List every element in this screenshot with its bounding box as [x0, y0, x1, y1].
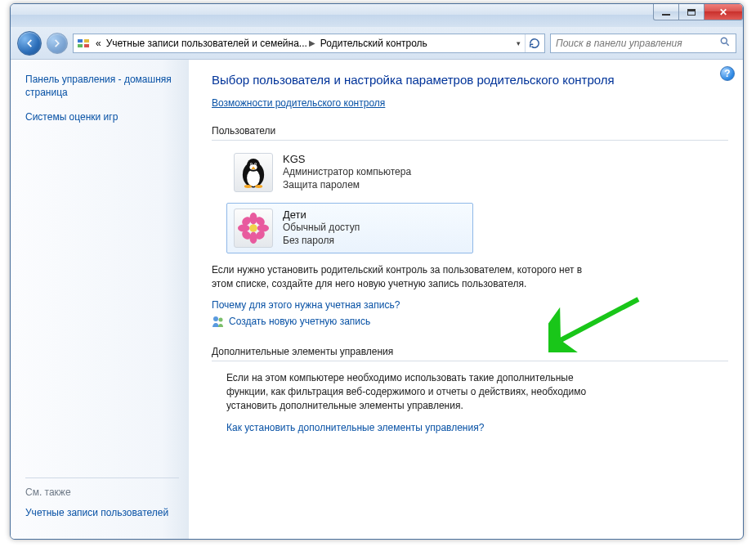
users-list: KGS Администратор компьютера Защита паро…: [212, 147, 728, 253]
avatar-penguin: [234, 153, 273, 192]
search-icon: [719, 36, 731, 50]
breadcrumb-label: Родительский контроль: [320, 38, 427, 49]
svg-point-16: [255, 185, 262, 188]
user-name: KGS: [283, 153, 411, 165]
user-info: KGS Администратор компьютера Защита паро…: [283, 153, 411, 191]
avatar-flower: [234, 208, 273, 248]
svg-point-18: [249, 213, 257, 224]
address-dropdown[interactable]: ▾: [512, 39, 525, 47]
svg-point-7: [247, 169, 260, 186]
svg-rect-2: [78, 44, 83, 47]
users-icon: [212, 315, 225, 328]
extras-install-link[interactable]: Как установить дополнительные элементы у…: [226, 422, 484, 433]
control-panel-window: ✕ « Учетные записи пользователей и семей…: [10, 3, 744, 540]
see-also-label: См. также: [25, 486, 179, 498]
breadcrumb-seg-1[interactable]: Учетные записи пользователей и семейна..…: [104, 38, 318, 49]
help-icon[interactable]: ?: [720, 66, 735, 81]
search-placeholder: Поиск в панели управления: [556, 38, 682, 49]
create-account-link[interactable]: Создать новую учетную запись: [229, 316, 370, 327]
separator: [212, 140, 728, 141]
user-name: Дети: [283, 208, 360, 221]
svg-point-21: [257, 224, 269, 231]
user-info: Дети Обычный доступ Без пароля: [283, 208, 360, 247]
extras-section-label: Дополнительные элементы управления: [212, 346, 728, 357]
user-status: Защита паролем: [283, 178, 411, 191]
close-button[interactable]: ✕: [704, 4, 743, 20]
sidebar-link-game-ratings[interactable]: Системы оценки игр: [25, 110, 179, 123]
titlebar: ✕: [11, 4, 743, 27]
user-card-kgs[interactable]: KGS Администратор компьютера Защита паро…: [226, 147, 473, 198]
svg-point-15: [244, 185, 252, 188]
page-title: Выбор пользователя и настройка параметро…: [212, 71, 728, 89]
content-area: ? Выбор пользователя и настройка парамет…: [189, 60, 743, 539]
note-extras: Если на этом компьютере необходимо испол…: [212, 371, 604, 412]
svg-point-12: [251, 164, 252, 164]
chevron-right-icon: ▶: [309, 38, 315, 47]
capabilities-link[interactable]: Возможности родительского контроля: [212, 97, 385, 109]
svg-rect-3: [84, 44, 89, 47]
breadcrumb-seg-2[interactable]: Родительский контроль: [318, 38, 430, 49]
user-role: Администратор компьютера: [283, 165, 411, 178]
user-card-deti[interactable]: Дети Обычный доступ Без пароля: [226, 203, 473, 253]
sidebar-link-user-accounts[interactable]: Учетные записи пользователей: [25, 506, 179, 519]
navigation-bar: « Учетные записи пользователей и семейна…: [11, 27, 743, 60]
svg-point-13: [255, 164, 256, 164]
users-section-label: Пользователи: [212, 125, 728, 137]
search-input[interactable]: Поиск в панели управления: [550, 34, 736, 53]
svg-point-27: [213, 316, 218, 321]
svg-rect-0: [78, 39, 83, 43]
forward-button[interactable]: [47, 33, 68, 54]
refresh-button[interactable]: [525, 34, 543, 52]
svg-point-4: [721, 38, 727, 43]
user-status: Без пароля: [283, 234, 360, 247]
control-panel-icon: [77, 37, 90, 50]
svg-line-5: [727, 43, 729, 46]
minimize-button[interactable]: [653, 4, 679, 20]
svg-point-26: [249, 224, 257, 231]
sidebar: Панель управления - домашняя страница Си…: [11, 60, 189, 539]
svg-point-28: [219, 318, 223, 322]
breadcrumb-prefix[interactable]: «: [93, 38, 104, 49]
svg-point-20: [238, 224, 249, 231]
sidebar-see-also: См. также Учетные записи пользователей: [25, 473, 179, 531]
back-button[interactable]: [17, 31, 42, 56]
separator: [212, 361, 728, 361]
user-role: Обычный доступ: [283, 221, 360, 234]
svg-point-19: [249, 231, 257, 243]
breadcrumb-label: Учетные записи пользователей и семейна..…: [106, 38, 307, 49]
why-account-link[interactable]: Почему для этого нужна учетная запись?: [212, 299, 400, 311]
svg-rect-1: [84, 39, 89, 43]
maximize-button[interactable]: [678, 4, 705, 20]
address-bar[interactable]: « Учетные записи пользователей и семейна…: [73, 34, 545, 53]
body: Панель управления - домашняя страница Си…: [11, 60, 743, 539]
note-user-not-listed: Если нужно установить родительский контр…: [212, 263, 604, 291]
sidebar-link-home[interactable]: Панель управления - домашняя страница: [25, 73, 179, 99]
